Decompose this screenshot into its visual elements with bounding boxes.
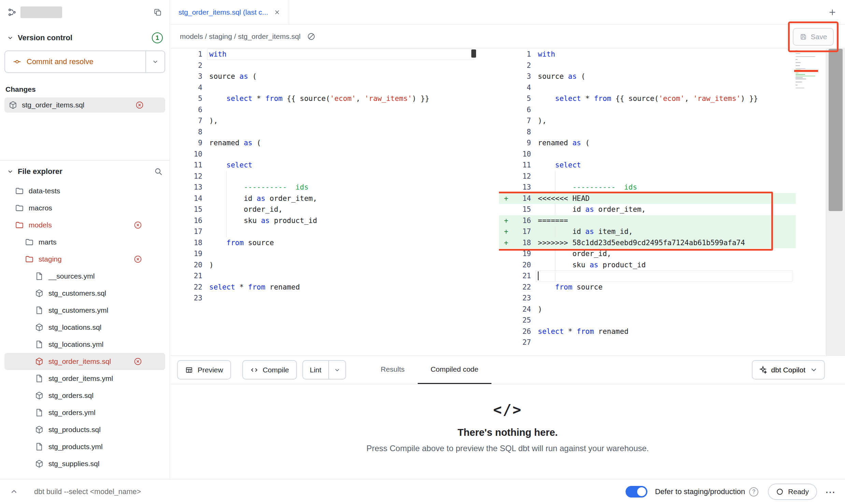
code-line-12[interactable]: 12 bbox=[170, 171, 477, 182]
editor-tab[interactable]: stg_order_items.sql (last c... bbox=[170, 0, 289, 24]
code-line-16[interactable]: 16 sku as product_id bbox=[170, 215, 477, 226]
code-line-20[interactable]: 20 sku as product_id bbox=[499, 260, 796, 271]
code-line-17[interactable]: +17 id as item_id, bbox=[499, 226, 796, 237]
code-line-8[interactable]: 8 bbox=[170, 127, 477, 138]
code-line-3[interactable]: 3source as ( bbox=[499, 71, 796, 82]
workspace-icon[interactable] bbox=[8, 8, 16, 17]
command-text[interactable]: dbt build --select <model_name> bbox=[34, 488, 141, 496]
lint-button[interactable]: Lint bbox=[302, 360, 346, 380]
code-line-26[interactable]: 26select * from renamed bbox=[499, 326, 796, 337]
chevron-up-icon[interactable] bbox=[10, 487, 18, 496]
file-explorer-header[interactable]: File explorer bbox=[0, 161, 170, 182]
lineage-icon[interactable] bbox=[307, 32, 316, 41]
dbt-copilot-button[interactable]: dbt Copilot bbox=[752, 360, 825, 380]
code-line-7[interactable]: 7), bbox=[170, 115, 477, 127]
code-line-23[interactable]: 23 bbox=[499, 293, 796, 304]
code-line-6[interactable]: 6 bbox=[499, 104, 796, 116]
code-line-7[interactable]: 7), bbox=[499, 115, 796, 127]
tree-item-__sources.yml[interactable]: __sources.yml bbox=[0, 268, 170, 285]
version-control-header[interactable]: Version control 1 bbox=[0, 29, 170, 46]
tree-item-macros[interactable]: macros bbox=[0, 199, 170, 217]
code-line-15[interactable]: 15 order_id, bbox=[170, 204, 477, 215]
code-line-20[interactable]: 20) bbox=[170, 260, 477, 271]
tree-item-stg_order_items.yml[interactable]: stg_order_items.yml bbox=[0, 370, 170, 387]
help-icon[interactable]: ? bbox=[749, 487, 758, 496]
code-line-15[interactable]: 15 id as order_item, bbox=[499, 204, 796, 215]
code-line-19[interactable]: 19 bbox=[170, 248, 477, 260]
more-options-icon[interactable]: ⋯ bbox=[825, 486, 835, 498]
tree-item-stg_orders.yml[interactable]: stg_orders.yml bbox=[0, 404, 170, 421]
code-line-19[interactable]: 19 order_id, bbox=[499, 248, 796, 260]
tree-item-models[interactable]: models bbox=[0, 217, 170, 234]
code-line-21[interactable]: 21 bbox=[170, 270, 477, 282]
code-line-22[interactable]: 22select * from renamed bbox=[170, 282, 477, 293]
code-line-11[interactable]: 11 select bbox=[170, 160, 477, 171]
tree-item-stg_supplies.sql[interactable]: stg_supplies.sql bbox=[0, 455, 170, 472]
code-line-4[interactable]: 4 bbox=[499, 82, 796, 93]
editor-pane-original[interactable]: 1with23source as (45 select * from {{ so… bbox=[170, 49, 477, 355]
commit-and-resolve-button[interactable]: Commit and resolve bbox=[4, 50, 165, 73]
preview-button[interactable]: Preview bbox=[177, 360, 231, 380]
close-icon[interactable] bbox=[274, 9, 281, 16]
commit-options-caret[interactable] bbox=[145, 51, 164, 72]
code-line-1[interactable]: 1with bbox=[170, 49, 477, 60]
new-tab-icon[interactable] bbox=[828, 8, 837, 17]
tab-results[interactable]: Results bbox=[368, 356, 418, 384]
defer-toggle[interactable] bbox=[626, 486, 647, 498]
tab-compiled-code[interactable]: Compiled code bbox=[418, 356, 491, 384]
tree-item-stg_orders.sql[interactable]: stg_orders.sql bbox=[0, 387, 170, 404]
tree-item-stg_customers.yml[interactable]: stg_customers.yml bbox=[0, 302, 170, 319]
editor-scrollbar[interactable] bbox=[826, 49, 845, 355]
code-line-5[interactable]: 5 select * from {{ source('ecom', 'raw_i… bbox=[170, 93, 477, 104]
code-line-16[interactable]: +16======= bbox=[499, 215, 796, 226]
code-line-14[interactable]: +14<<<<<<< HEAD bbox=[499, 193, 796, 204]
code-line-14[interactable]: 14 id as order_item, bbox=[170, 193, 477, 204]
code-line-17[interactable]: 17 bbox=[170, 226, 477, 237]
editor-scrollbar-thumb[interactable] bbox=[829, 49, 843, 211]
code-line-18[interactable]: 18 from source bbox=[170, 237, 477, 249]
tree-item-data-tests[interactable]: data-tests bbox=[0, 182, 170, 199]
lint-options-caret[interactable] bbox=[328, 361, 345, 379]
code-line-21[interactable]: 21 bbox=[499, 270, 796, 282]
tree-item-staging[interactable]: staging bbox=[0, 251, 170, 268]
compile-button[interactable]: Compile bbox=[242, 360, 297, 380]
code-line-4[interactable]: 4 bbox=[170, 82, 477, 93]
code-text: renamed as ( bbox=[202, 137, 261, 149]
code-line-1[interactable]: 1with bbox=[499, 49, 796, 60]
code-line-24[interactable]: 24) bbox=[499, 304, 796, 315]
code-line-23[interactable]: 23 bbox=[170, 293, 477, 304]
code-line-12[interactable]: 12 bbox=[499, 171, 796, 182]
code-line-22[interactable]: 22 from source bbox=[499, 282, 796, 293]
save-button[interactable]: Save bbox=[793, 28, 834, 46]
code-line-2[interactable]: 2 bbox=[170, 60, 477, 71]
conflict-icon[interactable] bbox=[135, 101, 144, 109]
code-line-25[interactable]: 25 bbox=[499, 315, 796, 326]
tree-item-stg_order_items.sql[interactable]: stg_order_items.sql bbox=[4, 353, 165, 370]
code-line-5[interactable]: 5 select * from {{ source('ecom', 'raw_i… bbox=[499, 93, 796, 104]
code-line-10[interactable]: 10 bbox=[499, 149, 796, 160]
tree-item-stg_customers.sql[interactable]: stg_customers.sql bbox=[0, 285, 170, 302]
copy-icon[interactable] bbox=[153, 8, 162, 17]
ready-status[interactable]: Ready bbox=[768, 484, 817, 500]
code-line-9[interactable]: 9renamed as ( bbox=[170, 137, 477, 149]
code-line-3[interactable]: 3source as ( bbox=[170, 71, 477, 82]
code-line-8[interactable]: 8 bbox=[499, 127, 796, 138]
tree-item-stg_products.sql[interactable]: stg_products.sql bbox=[0, 421, 170, 438]
code-line-13[interactable]: 13 ---------- ids bbox=[499, 182, 796, 193]
code-line-2[interactable]: 2 bbox=[499, 60, 796, 71]
editor-pane-current[interactable]: 1with23source as (45 select * from {{ so… bbox=[499, 49, 796, 355]
scrollbar-thumb[interactable] bbox=[471, 49, 476, 58]
tree-item-stg_locations.sql[interactable]: stg_locations.sql bbox=[0, 319, 170, 336]
code-line-18[interactable]: +18>>>>>>> 58c1dd23d5eebd9cd2495fa7124ab… bbox=[499, 237, 796, 249]
code-line-11[interactable]: 11 select bbox=[499, 160, 796, 171]
tree-item-stg_products.yml[interactable]: stg_products.yml bbox=[0, 438, 170, 455]
code-line-27[interactable]: 27 bbox=[499, 337, 796, 348]
tree-item-marts[interactable]: marts bbox=[0, 234, 170, 251]
code-line-13[interactable]: 13 ---------- ids bbox=[170, 182, 477, 193]
changed-file-row[interactable]: stg_order_items.sql bbox=[4, 98, 165, 113]
code-line-6[interactable]: 6 bbox=[170, 104, 477, 116]
code-line-10[interactable]: 10 bbox=[170, 149, 477, 160]
tree-item-stg_locations.yml[interactable]: stg_locations.yml bbox=[0, 336, 170, 353]
code-line-9[interactable]: 9renamed as ( bbox=[499, 137, 796, 149]
search-icon[interactable] bbox=[154, 167, 163, 176]
